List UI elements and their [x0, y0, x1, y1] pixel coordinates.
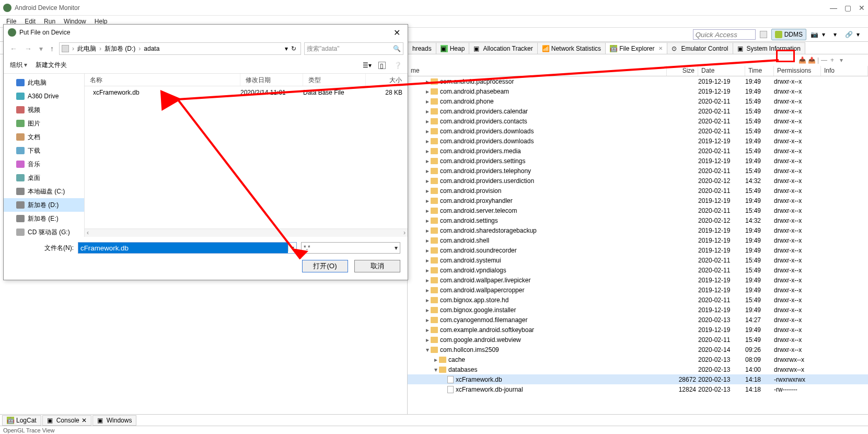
table-row[interactable]: ▸com.cyanogenmod.filemanager2020-02-1314… [408, 315, 868, 325]
table-row[interactable]: ▸com.android.soundrecorder2019-12-1919:4… [408, 245, 868, 255]
expand-icon[interactable]: ▸ [424, 247, 431, 254]
expand-icon[interactable]: ▸ [424, 187, 431, 195]
path-box[interactable]: › 此电脑 › 新加卷 (D:) › adata ▾ ↻ [59, 42, 301, 55]
table-row[interactable]: ▸com.android.providers.settings2019-12-1… [408, 156, 868, 166]
toolbar-icon-5[interactable]: ▾ [857, 31, 864, 38]
table-row[interactable]: ▸com.android.phone2020-02-1115:49drwxr-x… [408, 96, 868, 106]
nav-up-icon[interactable]: ↑ [48, 44, 56, 53]
sidebar-item[interactable]: 音乐 [4, 157, 84, 171]
table-row[interactable]: ▸com.example.android.softkeyboar2019-12-… [408, 325, 868, 335]
expand-icon[interactable]: ▸ [424, 108, 431, 115]
push-file-icon[interactable]: 📤 [808, 56, 815, 64]
nav-recent-icon[interactable]: ▾ [37, 44, 45, 53]
path-refresh-icon[interactable]: ↻ [289, 45, 298, 52]
tab-console[interactable]: ▣Console✕ [42, 415, 91, 426]
pull-file-icon[interactable]: 📥 [798, 56, 806, 64]
preview-pane-icon[interactable]: ▯ [378, 62, 386, 69]
table-row[interactable]: ▸com.android.vpndialogs2020-02-1115:49dr… [408, 265, 868, 275]
help-icon[interactable]: ❔ [394, 62, 401, 69]
expand-icon[interactable]: ▸ [424, 147, 431, 155]
open-button[interactable]: 打开(O) [302, 260, 348, 272]
col-date[interactable]: Date [698, 66, 745, 76]
tab-logcat[interactable]: 🤖LogCat [2, 415, 41, 426]
expand-icon[interactable]: ▸ [424, 78, 431, 85]
expand-icon[interactable]: ▸ [424, 167, 431, 175]
tab-heap[interactable]: ▣Heap [436, 42, 470, 54]
col-size[interactable]: Size [667, 66, 698, 76]
expand-icon[interactable]: ▸ [424, 217, 431, 224]
table-row[interactable]: ▸com.android.proxyhandler2019-12-1919:49… [408, 196, 868, 205]
filename-combo[interactable]: ▾ [78, 242, 297, 254]
tab-allocation[interactable]: ▣Allocation Tracker [469, 42, 537, 54]
expand-icon[interactable]: ▸ [424, 296, 431, 304]
table-row[interactable]: ▸com.android.sharedstoragebackup2019-12-… [408, 225, 868, 235]
horizontal-scrollbar[interactable]: ‹ › [85, 229, 408, 237]
table-row[interactable]: ▸com.android.wallpaper.livepicker2019-12… [408, 275, 868, 285]
minimize-button[interactable]: — [830, 4, 837, 12]
sidebar-item[interactable]: 下载 [4, 144, 84, 157]
close-button[interactable]: ✕ [859, 4, 865, 12]
sidebar-item[interactable]: CD 驱动器 (G:) [4, 225, 84, 237]
toolbar-icon-4[interactable]: 🔗 [845, 31, 852, 38]
close-tab-icon[interactable]: ✕ [82, 417, 87, 424]
table-row[interactable]: ▸com.android.providers.downloads2019-12-… [408, 136, 868, 146]
table-row[interactable]: ▸com.android.wallpapercropper2019-12-191… [408, 285, 868, 295]
close-tab-icon[interactable]: ✕ [658, 45, 663, 51]
table-row[interactable]: ▸com.android.phasebeam2019-12-1919:49drw… [408, 86, 868, 96]
path-p1[interactable]: 新加卷 (D:) [105, 44, 135, 53]
expand-icon[interactable]: ▸ [424, 287, 431, 294]
expand-icon[interactable]: ▸ [433, 356, 439, 363]
expand-icon[interactable]: ▸ [424, 197, 431, 204]
table-row[interactable]: ▸com.android.providers.downloads2020-02-… [408, 126, 868, 136]
nav-forward-icon[interactable]: → [22, 44, 34, 53]
delete-icon[interactable]: — [821, 56, 828, 64]
col-perm[interactable]: Permissions [774, 66, 821, 76]
table-row[interactable]: xcFramework.db-journal128242020-02-1314:… [408, 384, 868, 394]
expand-icon[interactable]: ▸ [424, 336, 431, 344]
expand-icon[interactable]: ▸ [424, 227, 431, 234]
filename-input[interactable] [78, 243, 288, 253]
expand-icon[interactable]: ▸ [424, 98, 431, 105]
sidebar-item[interactable]: 视频 [4, 103, 84, 117]
view-menu-icon[interactable]: ▾ [840, 56, 847, 64]
expand-icon[interactable]: ▸ [424, 118, 431, 125]
filetype-combo[interactable]: *.* ▾ [301, 242, 400, 254]
expand-icon[interactable]: ▾ [424, 346, 431, 353]
table-row[interactable]: ▾databases2020-02-1314:00drwxrwx--x [408, 364, 868, 374]
expand-icon[interactable]: ▾ [433, 366, 439, 373]
col-size[interactable]: 大小 [366, 74, 408, 86]
col-date[interactable]: 修改日期 [240, 74, 303, 86]
sidebar-item[interactable]: 图片 [4, 117, 84, 130]
table-row[interactable]: ▸com.android.server.telecom2020-02-1115:… [408, 205, 868, 215]
table-row[interactable]: ▸com.android.systemui2020-02-1115:49drwx… [408, 255, 868, 265]
dialog-close-button[interactable]: ✕ [390, 28, 403, 38]
search-icon[interactable]: 🔍 [393, 45, 401, 52]
table-row[interactable]: ▸com.android.provision2020-02-1115:49drw… [408, 186, 868, 196]
table-row[interactable]: ▸com.android.pacprocessor2019-12-1919:49… [408, 76, 868, 86]
sidebar-item[interactable]: 本地磁盘 (C:) [4, 185, 84, 198]
sidebar-item[interactable]: 桌面 [4, 171, 84, 185]
sidebar-item[interactable]: 新加卷 (E:) [4, 212, 84, 225]
table-row[interactable]: ▸com.bignox.google.installer2019-12-1919… [408, 305, 868, 315]
expand-icon[interactable]: ▸ [424, 306, 431, 314]
tab-windows[interactable]: ▣Windows [92, 415, 137, 426]
table-row[interactable]: ▸com.android.providers.telephony2020-02-… [408, 166, 868, 176]
col-name[interactable]: 名称 [85, 74, 240, 86]
table-row[interactable]: ▸com.google.android.webview2020-02-1115:… [408, 335, 868, 345]
table-row[interactable]: ▾com.hollcon.ims25092020-02-1409:26drwxr… [408, 345, 868, 355]
expand-icon[interactable]: ▸ [424, 257, 431, 264]
col-time[interactable]: Time [745, 66, 774, 76]
dropdown-icon[interactable]: ▾ [288, 244, 296, 252]
toolbar-icon-3[interactable]: ▾ [834, 31, 841, 38]
expand-icon[interactable]: ▸ [424, 237, 431, 244]
table-row[interactable]: ▸com.android.providers.media2020-02-1115… [408, 146, 868, 156]
expand-icon[interactable]: ▸ [424, 326, 431, 334]
toolbar-icon-2[interactable]: ▾ [822, 31, 829, 38]
sidebar-item[interactable]: 文档 [4, 130, 84, 144]
file-rows[interactable]: ▸com.android.pacprocessor2019-12-1919:49… [408, 76, 868, 414]
toolbar-icon-1[interactable]: 📷 [811, 31, 818, 38]
tab-file-explorer[interactable]: 🤖File Explorer✕ [605, 42, 667, 54]
table-row[interactable]: ▸com.android.shell2019-12-1919:49drwxr-x… [408, 235, 868, 245]
add-icon[interactable]: + [830, 56, 838, 64]
table-row[interactable]: ▸com.android.providers.userdiction2020-0… [408, 176, 868, 186]
